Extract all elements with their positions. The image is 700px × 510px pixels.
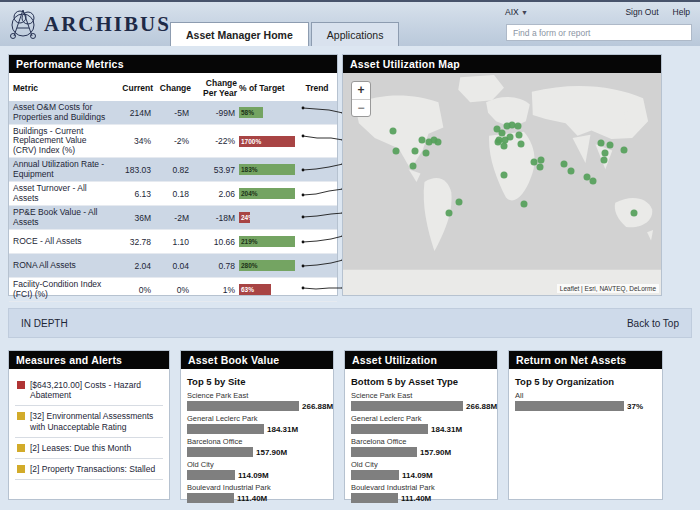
bar-value: 184.31M [267,425,298,434]
tab-applications[interactable]: Applications [311,22,400,46]
metric-row[interactable]: Asset Turnover - All Assets6.130.182.062… [9,182,337,206]
map-canvas[interactable]: + − Leaflet | Esri, NAVTEQ, DeLorme [343,73,661,295]
metric-current: 2.04 [111,261,153,271]
return-on-net-assets-subtitle: Top 5 by Organization [515,376,656,387]
metric-name: RONA All Assets [13,261,109,270]
map-marker[interactable] [418,136,425,143]
metric-row[interactable]: Annual Utilization Rate - Equipment183.0… [9,158,337,182]
bar [187,447,253,457]
top-links: AIX ▼ Sign Out Help [505,7,690,17]
metric-trend-cell [301,132,345,150]
bar-line: 37% [515,401,656,411]
alert-item[interactable]: [2] Property Transactions: Stalled [15,459,163,480]
map-title: Asset Utilization Map [343,55,661,73]
map-zoom-out-button[interactable]: − [352,99,370,116]
map-marker[interactable] [411,147,418,154]
map-marker[interactable] [500,143,507,150]
map-marker[interactable] [518,141,525,148]
metric-trend-cell [301,233,345,251]
bar [187,470,235,480]
map-marker[interactable] [389,127,396,134]
map-marker[interactable] [590,177,597,184]
alert-item[interactable]: [$643,210.00] Costs - Hazard Abatement [15,375,163,406]
bar-item: Science Park East266.88M [187,391,327,411]
map-marker[interactable] [630,209,637,216]
help-link[interactable]: Help [673,7,690,17]
map-marker[interactable] [434,138,441,145]
user-menu[interactable]: AIX ▼ [505,7,528,17]
map-marker[interactable] [530,158,537,165]
bar-item: Barcelona Office157.90M [351,437,491,457]
metric-name: ROCE - All Assets [13,237,109,246]
metric-trend-cell [301,185,345,203]
in-depth-bar: IN DEPTH Back to Top [8,308,692,338]
metric-name: Asset Turnover - All Assets [13,184,109,203]
metric-row[interactable]: Facility-Condition Index (FCI) (%)0%0%1%… [9,278,337,302]
metric-trend-cell [301,104,345,122]
map-marker[interactable] [516,132,523,139]
bar [187,424,264,434]
search-input[interactable] [506,24,692,41]
map-marker[interactable] [500,172,507,179]
metric-change: 0.18 [155,189,191,199]
performance-metrics-title: Performance Metrics [9,55,337,73]
bar-value: 266.88M [466,402,497,411]
bar-label: All [515,391,656,400]
asset-utilization-map-panel: Asset Utilization Map [342,54,662,296]
measures-and-alerts-title: Measures and Alerts [9,351,169,369]
map-marker[interactable] [537,164,544,171]
metric-row[interactable]: Buildings - Current Replacement Value (C… [9,125,337,158]
metric-trend-cell [301,257,345,275]
column-header: Change [155,83,191,93]
map-marker[interactable] [445,209,452,216]
metric-row[interactable]: RONA All Assets2.040.040.78280% [9,254,337,278]
bar-line: 157.90M [351,447,491,457]
map-marker[interactable] [520,200,527,207]
asset-book-value-chart: Science Park East266.88MGeneral Leclerc … [187,391,327,503]
trend-sparkline [301,104,345,118]
tab-asset-manager-home[interactable]: Asset Manager Home [170,22,309,46]
metric-name: Buildings - Current Replacement Value (C… [13,127,109,155]
map-marker[interactable] [601,156,608,163]
map-marker[interactable] [597,139,604,146]
metric-row[interactable]: PP&E Book Value - All Assets36M-2M-18M24… [9,206,337,230]
map-marker[interactable] [514,123,521,130]
metric-current: 32.78 [111,237,153,247]
map-marker[interactable] [607,142,614,149]
metric-change: 0.04 [155,261,191,271]
bar-item: Old City114.09M [187,460,327,480]
sign-out-link[interactable]: Sign Out [625,7,658,17]
bar-item: Old City114.09M [351,460,491,480]
metric-change-per-year: 1% [193,285,237,295]
asset-utilization-panel: Asset Utilization Bottom 5 by Asset Type… [344,350,498,500]
map-marker[interactable] [568,167,575,174]
map-zoom-in-button[interactable]: + [352,82,370,99]
map-marker[interactable] [506,134,513,141]
metric-change-per-year: -22% [193,136,237,146]
metric-change-per-year: 53.97 [193,165,237,175]
bar-value: 111.40M [401,494,431,503]
bar-item: Boulevard Industrial Park111.40M [351,483,491,503]
map-marker[interactable] [561,161,568,168]
map-marker[interactable] [409,163,416,170]
alert-item[interactable]: [32] Environmental Assessments with Unac… [15,406,163,437]
bar-label: Barcelona Office [187,437,327,446]
metric-row[interactable]: Asset O&M Costs for Properties and Build… [9,101,337,125]
map-marker[interactable] [620,146,627,153]
back-to-top-link[interactable]: Back to Top [627,318,679,329]
map-marker[interactable] [456,198,463,205]
world-map-image [343,73,661,295]
metric-row[interactable]: ROCE - All Assets32.781.1010.66219% [9,230,337,254]
map-marker[interactable] [422,149,429,156]
target-bar: 183% [239,164,295,175]
bar [351,424,428,434]
app-window: ARCHIBUS Asset Manager Home Applications… [0,0,700,510]
target-bar: 280% [239,260,295,271]
map-marker[interactable] [537,156,544,163]
target-bar-fill: 280% [239,260,295,271]
map-marker[interactable] [393,147,400,154]
alerts-list: [$643,210.00] Costs - Hazard Abatement[3… [9,369,169,486]
alert-text: [$643,210.00] Costs - Hazard Abatement [30,380,161,400]
column-header: Current [111,83,153,93]
alert-item[interactable]: [2] Leases: Due this Month [15,438,163,459]
